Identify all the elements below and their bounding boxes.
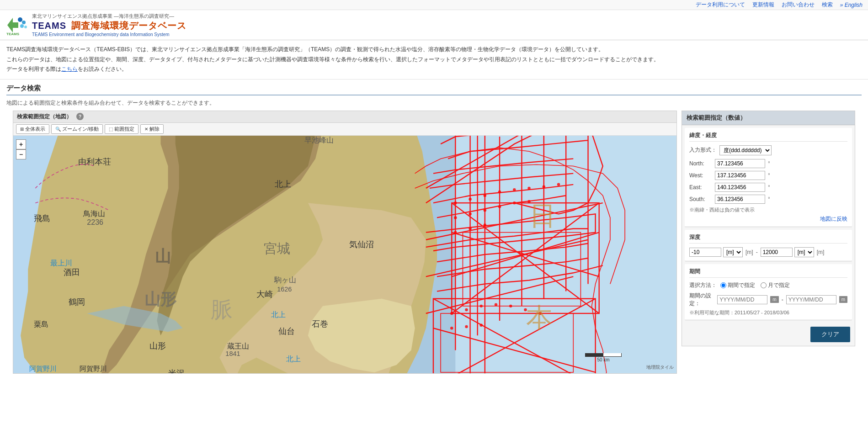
reflect-map-link[interactable]: 地図に反映 xyxy=(820,216,847,222)
svg-point-17 xyxy=(513,188,516,191)
depth-separator: - xyxy=(756,249,758,255)
east-input[interactable] xyxy=(715,183,765,192)
svg-point-39 xyxy=(480,323,483,326)
depth-from-input[interactable] xyxy=(689,248,721,257)
help-icon[interactable]: ? xyxy=(76,113,84,120)
svg-text:阿賀野川: 阿賀野川 xyxy=(80,365,107,372)
zoom-move-button[interactable]: 🔍 ズームイン/移動 xyxy=(51,124,103,134)
svg-point-27 xyxy=(454,231,457,233)
svg-point-25 xyxy=(513,201,516,204)
svg-text:鳥海山: 鳥海山 xyxy=(83,209,105,217)
header-left: TEAMS 東北マリンサイエンス拠点形成事業 ―海洋生態系の調査研究― TEAM… xyxy=(5,13,186,37)
updates-link[interactable]: 更新情報 xyxy=(752,1,774,9)
svg-point-30 xyxy=(450,312,453,315)
depth-to-select[interactable]: [m] xyxy=(794,247,814,257)
svg-point-19 xyxy=(543,185,545,188)
description-area: TEAMS調査海域環境データベース（TEAMS-EBIS）では、東北マリンサイエ… xyxy=(0,40,868,79)
south-row: South: ° xyxy=(689,195,847,204)
svg-text:1917: 1917 xyxy=(308,136,325,137)
south-input[interactable] xyxy=(715,195,765,204)
map-attribution: 地理院タイル xyxy=(646,364,674,371)
clear-button[interactable]: クリア xyxy=(810,327,850,342)
period-method-row: 選択方法： 期間で指定 月で指定 xyxy=(689,281,847,289)
data-usage-link[interactable]: データ利用について xyxy=(696,1,745,9)
west-label: West: xyxy=(689,172,712,179)
depth-from-select[interactable]: [m] xyxy=(723,247,743,257)
north-degree: ° xyxy=(768,160,770,167)
zoom-in-button[interactable]: + xyxy=(16,139,26,149)
depth-to-wrap: [m] xyxy=(761,247,814,257)
svg-point-28 xyxy=(469,227,471,230)
title-teams: TEAMS xyxy=(32,21,66,31)
svg-text:日: 日 xyxy=(529,201,556,230)
right-panel: 検索範囲指定（数値） 緯度・経度 入力形式： 度(ddd.dddddd) Nor… xyxy=(682,111,855,374)
depth-row: [m] [m] - [m] [m] xyxy=(689,247,847,257)
svg-point-18 xyxy=(527,186,530,189)
svg-point-4 xyxy=(24,26,27,28)
period-available: ※利用可能な期間：2011/05/27 - 2018/03/06 xyxy=(689,309,847,316)
south-degree: ° xyxy=(768,196,770,202)
map-container[interactable]: 秋田 盛岡 宮古 由利本荘 早池峰山 1917 飛島 鳥海山 2236 xyxy=(13,136,676,373)
english-link[interactable]: » English xyxy=(840,2,863,8)
period-radio-label1[interactable]: 期間で指定 xyxy=(720,281,755,289)
map-panel-title: 検索範囲指定（地図） xyxy=(17,113,72,121)
period-setting-label: 期間の設定： xyxy=(689,292,714,307)
svg-text:由利本荘: 由利本荘 xyxy=(78,157,111,166)
svg-point-29 xyxy=(484,223,486,226)
west-degree: ° xyxy=(768,172,770,179)
search-section: データ検索 地図による範囲指定と検索条件を組み合わせて、データを検索することがで… xyxy=(0,79,868,378)
period-radio1[interactable] xyxy=(720,282,726,288)
north-input[interactable] xyxy=(715,159,765,168)
format-label: 入力形式： xyxy=(689,146,717,154)
svg-text:北上: 北上 xyxy=(275,179,291,188)
period-separator: - xyxy=(782,297,783,303)
format-select[interactable]: 度(ddd.dddddd) xyxy=(719,145,772,155)
period-radio2[interactable] xyxy=(761,282,767,288)
svg-point-20 xyxy=(557,183,560,185)
scale-line xyxy=(585,353,622,357)
depth-title: 深度 xyxy=(689,233,847,244)
contact-link[interactable]: お問い合わせ xyxy=(782,1,815,9)
svg-text:気仙沼: 気仙沼 xyxy=(349,240,374,249)
svg-text:駒ヶ山: 駒ヶ山 xyxy=(274,275,296,284)
west-input[interactable] xyxy=(715,171,765,180)
range-select-button[interactable]: ⬚ 範囲指定 xyxy=(105,124,138,134)
search-range-header: 検索範囲指定（数値） xyxy=(682,111,855,125)
search-range-panel: 検索範囲指定（数値） 緯度・経度 入力形式： 度(ddd.dddddd) Nor… xyxy=(682,111,855,346)
svg-text:蔵王山: 蔵王山 xyxy=(227,342,249,350)
description-line1: TEAMS調査海域環境データベース（TEAMS-EBIS）では、東北マリンサイエ… xyxy=(6,45,862,55)
clear-icon: ✕ xyxy=(144,127,148,132)
period-to-calendar-button[interactable]: m xyxy=(839,296,847,303)
search-link[interactable]: 検索 xyxy=(822,1,833,9)
period-radio-group: 期間で指定 月で指定 xyxy=(720,281,790,289)
zoom-out-button[interactable]: − xyxy=(16,149,26,159)
period-method-label: 選択方法： xyxy=(689,281,717,289)
period-from-input[interactable] xyxy=(717,295,767,304)
depth-to-input[interactable] xyxy=(761,248,793,257)
zoom-icon: 🔍 xyxy=(55,127,61,132)
svg-text:1626: 1626 xyxy=(277,285,292,292)
clear-map-button[interactable]: ✕ 解除 xyxy=(140,124,164,134)
lat-lon-section: 緯度・経度 入力形式： 度(ddd.dddddd) North: ° West: xyxy=(685,128,852,227)
svg-marker-0 xyxy=(7,18,18,32)
description-line2: これらのデータは、地図による位置指定や、期間、深度、データタイプ、付与されたメタ… xyxy=(6,55,862,65)
svg-point-15 xyxy=(484,194,486,197)
clear-btn-row: クリア xyxy=(682,323,855,346)
svg-text:2236: 2236 xyxy=(87,218,103,226)
east-row: East: ° xyxy=(689,183,847,192)
main-layout: 検索範囲指定（地図） ? ⊞ 全体表示 🔍 ズームイン/移動 ⬚ 範囲指定 ✕ xyxy=(6,111,862,374)
period-radio-label2[interactable]: 月で指定 xyxy=(761,281,790,289)
north-label: North: xyxy=(689,160,712,167)
svg-text:粟島: 粟島 xyxy=(34,320,48,328)
full-view-button[interactable]: ⊞ 全体表示 xyxy=(16,124,49,134)
period-to-input[interactable] xyxy=(786,295,836,304)
svg-point-16 xyxy=(498,191,501,193)
svg-text:山形: 山形 xyxy=(149,341,166,350)
svg-text:阿賀野川: 阿賀野川 xyxy=(29,365,57,372)
svg-point-1 xyxy=(18,17,22,22)
terms-link[interactable]: こちら xyxy=(61,66,78,72)
svg-text:宮城: 宮城 xyxy=(264,241,290,256)
period-from-calendar-button[interactable]: m xyxy=(770,296,778,303)
svg-point-13 xyxy=(454,201,457,204)
map-toolbar: ⊞ 全体表示 🔍 ズームイン/移動 ⬚ 範囲指定 ✕ 解除 xyxy=(13,123,676,136)
